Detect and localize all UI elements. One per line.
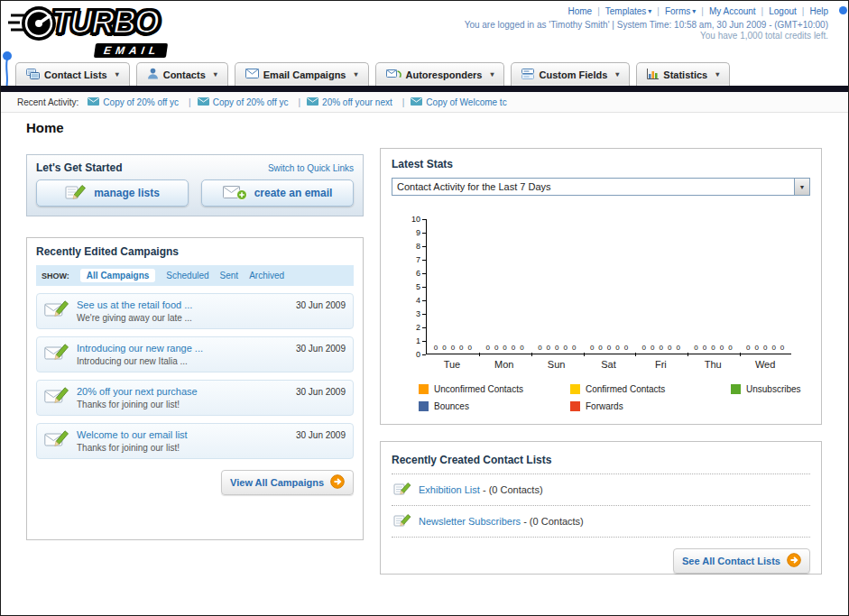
chart-x-label: Thu	[687, 359, 739, 370]
chevron-down-icon: ▾	[354, 70, 357, 78]
x-axis-tick	[479, 353, 480, 356]
legend-label: Confirmed Contacts	[586, 384, 665, 394]
campaign-date: 30 Jun 2009	[296, 387, 346, 397]
campaign-title-link[interactable]: Welcome to our email list	[77, 429, 289, 440]
chart-value-label: 0	[668, 344, 671, 352]
legend-item: Unconfirmed Contacts	[419, 384, 570, 394]
view-all-campaigns-button[interactable]: View All Campaigns	[221, 470, 354, 495]
x-axis-tick	[531, 353, 532, 356]
tab-email-campaigns[interactable]: Email Campaigns ▾	[235, 62, 369, 86]
campaign-title-link[interactable]: Introducing our new range ...	[77, 343, 289, 354]
filter-archived[interactable]: Archived	[249, 271, 284, 280]
chart-value-label: 0	[564, 344, 568, 352]
contact-list-item[interactable]: Newsletter Subscribers - (0 Contacts)	[392, 506, 810, 538]
contact-list-link[interactable]: Newsletter Subscribers	[419, 516, 521, 527]
tab-autoresponders[interactable]: Autoresponders ▾	[375, 62, 505, 86]
tab-label: Autoresponders	[406, 69, 483, 80]
campaign-item[interactable]: See us at the retail food ... We're givi…	[36, 293, 354, 329]
switch-quick-links-link[interactable]: Switch to Quick Links	[268, 163, 354, 173]
envelope-icon	[198, 97, 209, 107]
chart-value-label: 0	[598, 344, 602, 352]
button-label: manage lists	[94, 187, 160, 199]
filter-all-campaigns[interactable]: All Campaigns	[80, 269, 155, 282]
see-all-contact-lists-button[interactable]: See All Contact Lists	[673, 548, 810, 574]
campaign-item[interactable]: Introducing our new range ... Introducin…	[36, 336, 354, 372]
campaign-title-link[interactable]: See us at the retail food ...	[77, 299, 289, 310]
envelope-pencil-icon	[44, 429, 69, 453]
manage-lists-button[interactable]: manage lists	[36, 179, 189, 207]
envelope-pencil-icon	[44, 299, 69, 323]
recent-activity-item[interactable]: Copy of Welcome tc	[411, 97, 506, 107]
tab-custom-fields[interactable]: Custom Fields ▾	[511, 62, 630, 86]
recent-activity-item[interactable]: 20% off your next	[307, 97, 411, 107]
x-axis-tick	[688, 353, 688, 356]
pencil-icon	[393, 513, 411, 529]
x-axis-tick	[740, 353, 741, 356]
chart-value-group: 00000	[531, 344, 583, 352]
legend-label: Forwards	[586, 401, 623, 411]
chart-value-label: 0	[451, 344, 455, 352]
stats-activity-select[interactable]: Contact Activity for the Last 7 Days ▼	[392, 178, 810, 196]
y-axis-tick: 4	[416, 296, 426, 305]
tab-contact-lists[interactable]: Contact Lists ▾	[15, 62, 130, 86]
tab-label: Contact Lists	[44, 69, 107, 80]
filter-scheduled[interactable]: Scheduled	[166, 271, 208, 280]
credits-info: You have 1,000 total credits left.	[700, 31, 828, 41]
y-axis-tick: 6	[416, 269, 426, 278]
logo-text: TURBO EMAIL	[51, 4, 167, 58]
pencil-icon	[393, 482, 411, 498]
main-nav-tabs: Contact Lists ▾ Contacts ▾ Email Campaig…	[15, 61, 730, 86]
chart-value-label: 0	[512, 344, 515, 352]
chart-value-label: 0	[485, 344, 489, 352]
create-email-button[interactable]: create an email	[201, 179, 354, 207]
custom-fields-icon	[521, 69, 534, 81]
filter-sent[interactable]: Sent	[220, 271, 239, 280]
campaign-subtitle: We're giving away our late ...	[77, 313, 289, 323]
button-label: See All Contact Lists	[682, 556, 780, 566]
campaign-item[interactable]: Welcome to our email list Thanks for joi…	[36, 423, 354, 459]
chart-x-axis: TueMonSunSatFriThuWed	[426, 359, 791, 370]
chart-value-label: 0	[651, 344, 654, 352]
top-nav-forms[interactable]: Forms▾	[665, 6, 709, 16]
contact-list-link[interactable]: Exhibition List	[419, 484, 480, 495]
legend-item: Forwards	[570, 401, 731, 411]
chart-value-label: 0	[660, 344, 663, 352]
legend-label: Unconfirmed Contacts	[434, 384, 523, 394]
contact-list-item[interactable]: Exhibition List - (0 Contacts)	[392, 474, 810, 506]
chart-value-label: 0	[494, 344, 498, 352]
contacts-icon	[147, 68, 159, 81]
top-nav-home[interactable]: Home	[568, 6, 604, 16]
campaign-item[interactable]: 20% off your next purchase Thanks for jo…	[36, 380, 354, 416]
top-nav-logout[interactable]: Logout	[769, 6, 809, 16]
top-nav-templates[interactable]: Templates▾	[605, 6, 665, 16]
contact-lists-panel-title: Recently Created Contact Lists	[392, 454, 551, 466]
chart-x-label: Sun	[531, 359, 583, 370]
tab-statistics[interactable]: Statistics ▾	[636, 62, 730, 86]
chart-value-label: 0	[754, 344, 758, 352]
tab-contacts[interactable]: Contacts ▾	[136, 62, 228, 86]
chart-value-group: 00000	[583, 344, 635, 352]
tab-label: Email Campaigns	[263, 69, 346, 80]
campaign-title-link[interactable]: 20% off your next purchase	[77, 386, 289, 397]
app-logo[interactable]: TURBO EMAIL	[8, 4, 167, 58]
chart-value-label: 0	[746, 344, 750, 352]
top-nav-help[interactable]: Help	[809, 6, 828, 16]
recent-activity-label: Recent Activity:	[17, 97, 78, 107]
contact-list-count: - (0 Contacts)	[480, 484, 543, 495]
envelope-pencil-icon	[44, 386, 69, 409]
legend-item: Unsubscribes	[731, 384, 810, 394]
chart-value-label: 0	[459, 344, 463, 352]
top-nav-my-account[interactable]: My Account	[709, 6, 769, 16]
chart-value-label: 0	[624, 344, 628, 352]
contact-list-count: - (0 Contacts)	[521, 516, 584, 527]
select-value: Contact Activity for the Last 7 Days	[397, 181, 551, 192]
chart-value-label: 0	[503, 344, 506, 352]
recent-activity-item[interactable]: Copy of 20% off yc	[88, 97, 197, 107]
legend-swatch	[731, 384, 741, 394]
recent-activity-item[interactable]: Copy of 20% off yc	[198, 97, 307, 107]
chart-value-label: 0	[468, 344, 472, 352]
contact-activity-chart: 109876543210 000000000000000000000000000…	[404, 219, 810, 370]
campaign-subtitle: Introducing our new Italia ...	[77, 356, 289, 366]
legend-swatch	[570, 384, 580, 394]
arrow-right-icon	[787, 553, 801, 569]
